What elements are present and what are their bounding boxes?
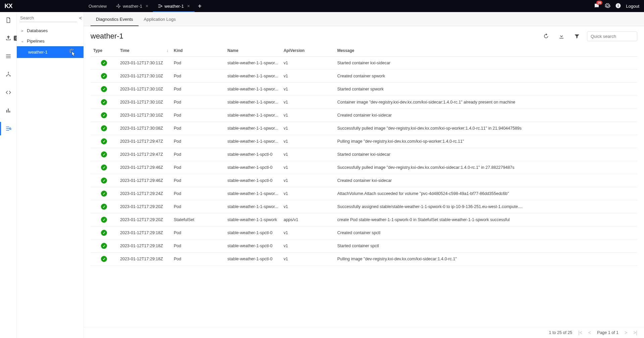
refresh-button[interactable] <box>541 31 551 42</box>
pager-prev-button[interactable]: < <box>588 330 591 335</box>
rail-upload[interactable]: Overview <box>3 33 14 44</box>
status-ok-icon <box>101 164 107 171</box>
cell-api: v1 <box>281 161 334 174</box>
cell-kind: Pod <box>171 135 225 148</box>
table-row[interactable]: 2023-01-12T17:30:10ZPodstable-weather-1-… <box>91 96 637 109</box>
status-ok-icon <box>101 151 107 157</box>
close-icon[interactable]: × <box>187 3 190 9</box>
quick-search-input[interactable] <box>587 31 637 41</box>
tab-diagnostics[interactable]: weather-1 × <box>153 0 195 12</box>
tree-group-label: Databases <box>27 28 48 33</box>
pager-last-button[interactable]: >| <box>633 330 637 335</box>
cell-type <box>91 70 117 83</box>
rail-charts[interactable] <box>3 105 14 116</box>
rail-pipelines[interactable] <box>3 69 14 80</box>
new-tab-button[interactable]: + <box>195 0 205 12</box>
subtab-application-logs[interactable]: Application Logs <box>139 12 181 26</box>
pager-first-button[interactable]: |< <box>578 330 582 335</box>
cell-message: Created container spwork <box>334 70 637 83</box>
cell-time: 2023-01-12T17:29:18Z <box>117 240 171 253</box>
cell-api: v1 <box>281 122 334 135</box>
cell-api: v1 <box>281 187 334 200</box>
cell-message: Created container kxi-sidecar <box>334 174 637 187</box>
table-row[interactable]: 2023-01-12T17:29:24ZPodstable-weather-1-… <box>91 187 637 200</box>
tab-overview[interactable]: Overview <box>84 0 111 12</box>
cursor-click-icon <box>69 48 78 58</box>
info-button[interactable]: i <box>615 3 621 10</box>
rail-menu[interactable] <box>3 51 14 62</box>
table-row[interactable]: 2023-01-12T17:29:46ZPodstable-weather-1-… <box>91 174 637 187</box>
cell-api: v1 <box>281 174 334 187</box>
pager-next-button[interactable]: > <box>625 330 627 335</box>
events-table-wrap[interactable]: Type Time ↓ Kind Name ApiVersion Message… <box>84 45 644 327</box>
cell-kind: Pod <box>171 187 225 200</box>
subtab-diagnostics-events[interactable]: Diagnostics Events <box>91 12 139 26</box>
table-row[interactable]: 2023-01-12T17:30:10ZPodstable-weather-1-… <box>91 70 637 83</box>
subtab-label: Application Logs <box>144 17 176 22</box>
cell-kind: Pod <box>171 70 225 83</box>
status-ok-icon <box>101 125 107 131</box>
table-row[interactable]: 2023-01-12T17:29:47ZPodstable-weather-1-… <box>91 148 637 161</box>
tree-group-pipelines[interactable]: ⌄ Pipelines <box>17 36 84 46</box>
cell-time: 2023-01-12T17:30:10Z <box>117 96 171 109</box>
cell-time: 2023-01-12T17:30:10Z <box>117 83 171 96</box>
cell-name: stable-weather-1-1-spwor... <box>225 187 281 200</box>
cell-api: v1 <box>281 135 334 148</box>
close-icon[interactable]: × <box>146 3 148 9</box>
table-row[interactable]: 2023-01-12T17:29:18ZPodstable-weather-1-… <box>91 253 637 266</box>
table-row[interactable]: 2023-01-12T17:29:46ZPodstable-weather-1-… <box>91 161 637 174</box>
col-message[interactable]: Message <box>334 45 637 57</box>
pipeline-icon <box>116 4 121 8</box>
table-row[interactable]: 2023-01-12T17:29:18ZPodstable-weather-1-… <box>91 226 637 240</box>
status-ok-icon <box>101 99 107 105</box>
tab-pipeline[interactable]: weather-1 × <box>111 0 153 12</box>
col-type[interactable]: Type <box>91 45 117 57</box>
chevron-right-icon: > <box>20 29 24 33</box>
status-ok-icon <box>101 178 107 184</box>
logout-button[interactable]: Logout <box>626 4 639 9</box>
table-row[interactable]: 2023-01-12T17:29:18ZPodstable-weather-1-… <box>91 240 637 253</box>
table-row[interactable]: 2023-01-12T17:29:47ZPodstable-weather-1-… <box>91 135 637 148</box>
col-kind[interactable]: Kind <box>171 45 225 57</box>
cell-kind: Pod <box>171 83 225 96</box>
tree-item-weather-1[interactable]: weather-1 <box>17 46 84 58</box>
rail-code[interactable] <box>3 87 14 98</box>
cell-kind: Pod <box>171 109 225 122</box>
explorer-search-input[interactable] <box>19 14 77 22</box>
pager-page: Page 1 of 1 <box>597 330 619 335</box>
table-row[interactable]: 2023-01-12T17:29:20ZPodstable-weather-1-… <box>91 200 637 213</box>
table-row[interactable]: 2023-01-12T17:30:10ZPodstable-weather-1-… <box>91 83 637 96</box>
cell-message: Started container spwork <box>334 83 637 96</box>
diagnostics-icon <box>158 4 162 8</box>
col-time[interactable]: Time ↓ <box>117 45 171 57</box>
table-row[interactable]: 2023-01-12T17:29:20ZStatefulSetstable-we… <box>91 213 637 226</box>
table-row[interactable]: 2023-01-12T17:30:11ZPodstable-weather-1-… <box>91 57 637 70</box>
col-name[interactable]: Name <box>225 45 281 57</box>
cell-kind: Pod <box>171 174 225 187</box>
filter-button[interactable] <box>572 31 582 42</box>
col-apiversion[interactable]: ApiVersion <box>281 45 334 57</box>
cell-type <box>91 161 117 174</box>
chevron-down-icon: ⌄ <box>20 39 24 43</box>
events-table: Type Time ↓ Kind Name ApiVersion Message… <box>91 45 637 266</box>
svg-point-3 <box>8 72 9 73</box>
rail-document[interactable] <box>3 15 14 25</box>
cell-api: v1 <box>281 253 334 266</box>
rail-diagnostics[interactable] <box>3 123 14 134</box>
tab-label: weather-1 <box>123 4 142 9</box>
topbar-right: 26 i Logout <box>594 0 644 12</box>
subtabs: Diagnostics Events Application Logs <box>84 12 644 26</box>
table-row[interactable]: 2023-01-12T17:30:10ZPodstable-weather-1-… <box>91 109 637 122</box>
settings-button[interactable] <box>604 3 610 10</box>
cell-kind: Pod <box>171 57 225 70</box>
cell-type <box>91 109 117 122</box>
cell-message: create Pod stable-weather-1-1-spwork-0 i… <box>334 213 637 226</box>
tree-group-databases[interactable]: > Databases <box>17 25 84 36</box>
table-row[interactable]: 2023-01-12T17:30:08ZPodstable-weather-1-… <box>91 122 637 135</box>
download-button[interactable] <box>556 31 567 42</box>
cell-name: stable-weather-1-spctl-0 <box>225 161 281 174</box>
cell-type <box>91 240 117 253</box>
notifications-button[interactable]: 26 <box>594 3 600 10</box>
cell-time: 2023-01-12T17:30:08Z <box>117 122 171 135</box>
collapse-panel-button[interactable]: < <box>79 15 82 21</box>
